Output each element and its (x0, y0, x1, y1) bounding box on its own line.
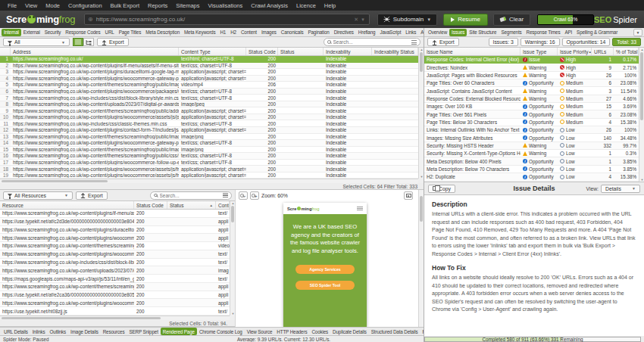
bottom-tab-outlinks[interactable]: Outlinks (48, 328, 69, 335)
menu-item-view[interactable]: View (21, 1, 41, 11)
tab-images[interactable]: Images (259, 29, 279, 36)
column-header[interactable]: Issue Priority ▲ (558, 48, 592, 55)
tree-view-button[interactable] (83, 38, 94, 46)
url-table-row[interactable]: 6 https://www.screamingfrog.co.uk/wp-con… (0, 89, 418, 95)
bottom-tab-inlinks[interactable]: Inlinks (30, 328, 48, 335)
bottom-tab-rendered-page[interactable]: Rendered Page (161, 328, 197, 335)
tab-meta-keywords[interactable]: Meta Keywords (182, 29, 217, 36)
tab-content[interactable]: Content (239, 29, 259, 36)
resource-row[interactable]: https://use.typekit.net/ht08zjj.js 200 t… (0, 307, 230, 316)
issue-count-badge[interactable]: Opportunities: 14 (562, 38, 611, 46)
tab-directives[interactable]: Directives (332, 29, 356, 36)
tab-amp[interactable]: AMP (418, 29, 424, 36)
url-input-bar[interactable]: ⊕ https://www.screamingfrog.co.uk/ ✕ ▾ (84, 14, 370, 25)
resources-table-scrollbar[interactable]: ▲ ▼ (230, 201, 235, 316)
search-input[interactable] (333, 39, 410, 45)
bottom-tab-view-source[interactable]: View Source (245, 328, 275, 335)
overview-tab-issues[interactable]: Issues (449, 29, 467, 36)
column-header[interactable]: URLs (592, 48, 614, 55)
issue-row[interactable]: Links: Internal Outlinks With No Anchor … (424, 126, 639, 134)
url-table-row[interactable]: 15 https://www.screamingfrog.co.uk/wp-co… (0, 147, 418, 154)
crawl-scope-dropdown[interactable]: Subdomain ▼ (377, 14, 437, 26)
issue-row[interactable]: JavaScript: Contains JavaScript Content … (424, 87, 639, 95)
tab-h1[interactable]: H1 (217, 29, 228, 36)
tab-links[interactable]: Links (403, 29, 418, 36)
tab-canonicals[interactable]: Canonicals (279, 29, 306, 36)
menu-item-licence[interactable]: Licence (292, 1, 320, 11)
issue-count-badge[interactable]: Warnings: 16 (521, 38, 560, 46)
scroll-up-icon[interactable]: ▲ (639, 48, 644, 51)
url-table-row[interactable]: 14 https://www.screamingfrog.co.uk/wp-co… (0, 140, 418, 147)
copy-button[interactable]: Copy (428, 185, 455, 193)
search-options-icon[interactable] (223, 193, 228, 197)
tab-url[interactable]: URL (102, 29, 116, 36)
resource-row[interactable]: https://www.screamingfrog.co.uk/wp-conte… (0, 242, 230, 250)
issue-row[interactable]: Security: Missing X-Content-Type-Options… (424, 150, 639, 157)
bottom-tab-chrome-console-log[interactable]: Chrome Console Log (197, 328, 245, 335)
issue-row[interactable]: Response Codes: External Blocked Resourc… (424, 95, 639, 103)
url-history-caret-icon[interactable]: ▾ (360, 17, 366, 23)
scroll-thumb[interactable] (420, 52, 423, 72)
menu-item-sitemaps[interactable]: Sitemaps (172, 1, 203, 11)
url-table-row[interactable]: 16 https://www.screamingfrog.co.uk/wp-co… (0, 153, 418, 160)
resource-row[interactable]: https://www.screamingfrog.co.uk/wp-conte… (0, 299, 230, 307)
column-header[interactable]: Content Type (179, 48, 246, 55)
list-view-button[interactable] (73, 38, 83, 46)
overview-tab-response-times[interactable]: Response Times (524, 29, 563, 36)
tab-pagination[interactable]: Pagination (305, 29, 331, 36)
crawl-url[interactable]: https://www.screamingfrog.co.uk/ (96, 16, 353, 23)
url-table-row[interactable]: 8 https://www.screamingfrog.co.uk/wp-con… (0, 101, 418, 108)
resource-row[interactable]: https://www.screamingfrog.co.uk/wp-conte… (0, 250, 230, 259)
export-button[interactable]: Export (97, 38, 129, 46)
bottom-tab-structured-data-details[interactable]: Structured Data Details (369, 328, 420, 335)
overview-tab-api[interactable]: API (562, 29, 574, 36)
resources-search-box[interactable] (150, 191, 232, 200)
tab-security[interactable]: Security (42, 29, 64, 36)
url-table-row[interactable]: 1 https://www.screamingfrog.co.uk/ text/… (0, 56, 418, 63)
resource-row[interactable]: https://www.screamingfrog.co.uk/wp-conte… (0, 266, 230, 275)
issue-row[interactable]: JavaScript: Pages with Blocked Resources… (424, 72, 639, 79)
column-header[interactable]: Resource (0, 201, 134, 209)
overview-tab-overview[interactable]: Overview (426, 29, 449, 36)
url-table-row[interactable]: 18 https://www.screamingfrog.co.uk/wp-co… (0, 166, 418, 173)
menu-item-bulk-export[interactable]: Bulk Export (107, 1, 143, 11)
column-header[interactable]: Status ▲ (167, 201, 216, 209)
tab-page-titles[interactable]: Page Titles (117, 29, 144, 36)
tab-external[interactable]: External (21, 29, 42, 36)
column-header[interactable]: Issue Type (521, 48, 558, 55)
bottom-tab-url-details[interactable]: URL Details (2, 328, 30, 335)
zoom-out-button[interactable]: − (239, 191, 248, 200)
resource-row[interactable]: https://use.typekit.net/af/e2ca36/000000… (0, 291, 230, 300)
resource-row[interactable]: https://maps.googleapis.com/maps-api-v3/… (0, 275, 230, 283)
url-table-scrollbar[interactable]: ▲ ▼ (418, 48, 424, 179)
overview-tab-overflow-button[interactable]: ▼ (633, 29, 642, 36)
url-table-row[interactable]: 2 https://www.screamingfrog.co.uk/wp-con… (0, 63, 418, 70)
scroll-thumb[interactable] (2, 317, 161, 319)
panel-divider[interactable] (424, 28, 424, 342)
resume-button[interactable]: Resume (443, 14, 488, 26)
resource-row[interactable]: https://www.screamingfrog.co.uk/wp-conte… (0, 283, 230, 291)
url-table-row[interactable]: 12 https://www.screamingfrog.co.uk/wp-co… (0, 127, 418, 134)
issue-row[interactable]: Page Titles: Over 561 Pixels Opportunity… (424, 110, 639, 118)
resource-row[interactable]: https://www.screamingfrog.co.uk/wp-conte… (0, 210, 230, 218)
menu-item-file[interactable]: File (4, 1, 20, 11)
issue-row[interactable]: Response Codes: Internal Client Error (4… (424, 56, 639, 64)
scroll-thumb[interactable] (231, 206, 234, 222)
url-table-row[interactable]: 17 https://www.screamingfrog.co.uk/wp-co… (0, 160, 418, 166)
overview-tab-spelling-grammar[interactable]: Spelling & Grammar (574, 29, 620, 36)
issue-row[interactable]: Page Titles: Over 60 Characters Opportun… (424, 79, 639, 87)
resources-search-input[interactable] (160, 193, 221, 198)
bottom-tab-cookies[interactable]: Cookies (309, 328, 330, 335)
overview-tab-site-structure[interactable]: Site Structure (467, 29, 499, 36)
issue-count-badge[interactable]: Issues: 3 (489, 38, 518, 46)
search-options-icon[interactable] (411, 40, 417, 45)
column-header[interactable]: Content (216, 201, 230, 209)
resource-row[interactable]: https://use.typekit.net/af/c2d3de/000000… (0, 218, 230, 226)
search-box[interactable] (324, 38, 420, 46)
menu-item-help[interactable]: Help (320, 1, 339, 11)
bottom-tab-resources[interactable]: Resources (101, 328, 127, 335)
tab-hreflang[interactable]: Hreflang (356, 29, 378, 36)
menu-item-visualisations[interactable]: Visualisations (205, 1, 247, 11)
scroll-thumb[interactable] (640, 52, 643, 120)
url-table-row[interactable]: 3 https://www.screamingfrog.co.uk/wp-con… (0, 69, 418, 76)
